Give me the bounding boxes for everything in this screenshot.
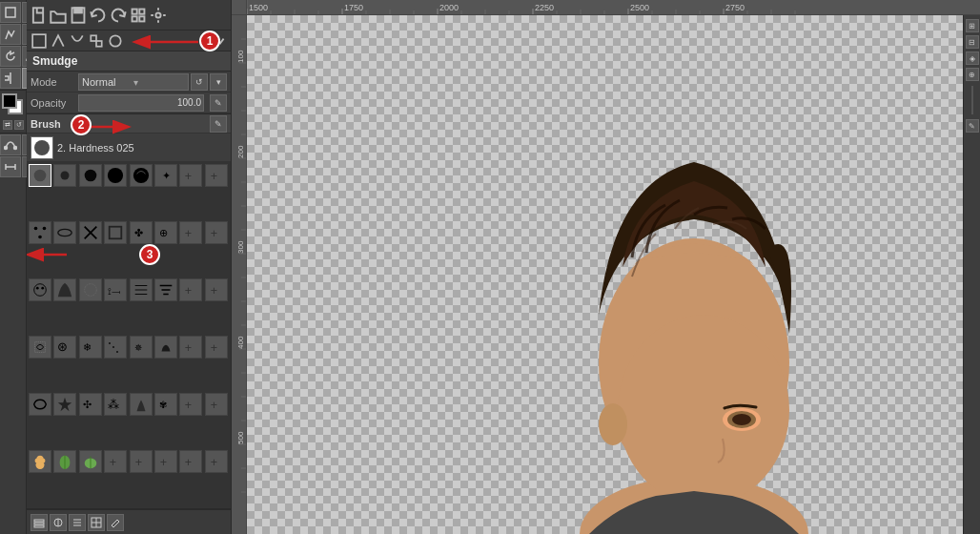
tool-opt-icon5[interactable]	[107, 32, 124, 50]
brush-cell-36[interactable]: ⁂	[104, 393, 127, 416]
brush-cell-33[interactable]	[29, 393, 51, 416]
svg-text:+: +	[160, 456, 167, 469]
brush-cell-18[interactable]	[53, 278, 76, 301]
brush-cell-16[interactable]: +	[205, 221, 228, 244]
brush-cell-23[interactable]: +	[179, 278, 202, 301]
config-icon[interactable]	[149, 6, 168, 25]
brush-cell-21[interactable]	[130, 278, 153, 301]
tool-flip[interactable]	[0, 68, 21, 89]
svg-text:+: +	[185, 284, 192, 298]
brush-cell-26[interactable]: ⊛	[53, 336, 76, 359]
brush-cell-30[interactable]	[154, 336, 177, 359]
brush-cell-3[interactable]	[79, 164, 102, 187]
brush-edit-btn[interactable]: ✎	[210, 115, 227, 133]
open-icon[interactable]	[49, 6, 68, 25]
view-icon[interactable]	[129, 6, 148, 25]
new-icon[interactable]	[29, 6, 48, 25]
svg-text:⁂: ⁂	[108, 398, 119, 410]
svg-point-27	[84, 170, 96, 182]
tool-opt-icon4[interactable]	[88, 32, 105, 50]
brush-cell-22[interactable]	[154, 278, 177, 301]
brush-current[interactable]: 2. Hardness 025	[27, 134, 231, 162]
brush-cell-10[interactable]	[53, 221, 76, 244]
mode-select[interactable]: Normal	[78, 73, 189, 91]
brush-section: Brush ✎ 2. Hardness 025	[27, 114, 231, 509]
brush-cell-8[interactable]: +	[205, 164, 228, 187]
tool-opt-icon2[interactable]	[50, 32, 67, 50]
brush-cell-20[interactable]: ⟟⟞	[104, 278, 127, 301]
brush-cell-46[interactable]: +	[154, 450, 177, 473]
channels-btn[interactable]	[50, 514, 67, 531]
svg-text:1500: 1500	[249, 3, 268, 12]
brush-cell-41[interactable]	[29, 450, 51, 473]
layer-btn-2[interactable]: ⊟	[966, 35, 979, 49]
brush-cell-40[interactable]: +	[205, 393, 228, 416]
brush-cell-45[interactable]: +	[130, 450, 153, 473]
brush-cell-4[interactable]	[104, 164, 127, 187]
undo-icon[interactable]	[89, 6, 108, 25]
brush-cell-14[interactable]: ⊕	[154, 221, 177, 244]
tool-free-select[interactable]	[0, 24, 21, 45]
brush-cell-44[interactable]: +	[104, 450, 127, 473]
tool-opt-icon3[interactable]	[69, 32, 86, 50]
tool-measure[interactable]	[0, 156, 21, 177]
brush-cell-15[interactable]: +	[179, 221, 202, 244]
brush-cell-13[interactable]: ✤	[130, 221, 153, 244]
layer-btn-5[interactable]: ✎	[966, 119, 979, 133]
brush-cell-19[interactable]	[79, 278, 102, 301]
brush-cell-34[interactable]	[53, 393, 76, 416]
brush-cell-31[interactable]: +	[179, 336, 202, 359]
color-fg-swatch[interactable]	[2, 93, 17, 109]
brush-cell-6[interactable]: ✦	[154, 164, 177, 187]
svg-text:+: +	[185, 227, 192, 240]
brush-cell-24[interactable]: +	[205, 278, 228, 301]
layer-btn-1[interactable]: ⊞	[966, 19, 979, 32]
layer-btn-3[interactable]: ◈	[966, 51, 979, 65]
brush-cell-17[interactable]	[29, 278, 51, 301]
edit-btn[interactable]	[107, 514, 124, 531]
layer-btn-4[interactable]: ⊕	[966, 68, 979, 81]
tool-opt-icon1[interactable]	[31, 32, 48, 50]
svg-text:✾: ✾	[159, 400, 167, 410]
brush-cell-11[interactable]	[79, 221, 102, 244]
brush-cell-5[interactable]	[130, 164, 153, 187]
brush-cell-9[interactable]	[29, 221, 51, 244]
redo-icon[interactable]	[109, 6, 128, 25]
opacity-input[interactable]	[78, 94, 204, 112]
brush-cell-2[interactable]	[53, 164, 76, 187]
layers-btn[interactable]	[31, 514, 48, 531]
tool-paths[interactable]	[0, 134, 21, 155]
brush-cell-7[interactable]: +	[179, 164, 202, 187]
mode-options-btn[interactable]: ▾	[210, 73, 227, 91]
svg-point-34	[43, 227, 47, 231]
save-icon[interactable]	[69, 6, 88, 25]
grid-btn[interactable]	[88, 514, 105, 531]
brush-cell-29[interactable]: ✵	[130, 336, 153, 359]
brush-cell-35[interactable]: ✣	[79, 393, 102, 416]
tool-rect-select[interactable]	[0, 2, 21, 23]
brush-cell-12[interactable]	[104, 221, 127, 244]
svg-text:✤: ✤	[133, 227, 142, 238]
brush-cell-43[interactable]	[79, 450, 102, 473]
paths-panel-btn[interactable]	[69, 514, 86, 531]
brush-cell-25[interactable]	[29, 336, 51, 359]
brush-cell-27[interactable]: ❄	[79, 336, 102, 359]
tool-rotate[interactable]	[0, 46, 21, 67]
canvas-viewport[interactable]: ⊞ ⊟ ◈ ⊕ ✎	[247, 15, 980, 534]
brush-cell-28[interactable]: ⋱	[104, 336, 127, 359]
brush-cell-38[interactable]: ✾	[154, 393, 177, 416]
svg-text:400: 400	[236, 336, 245, 349]
mode-reset-btn[interactable]: ↺	[191, 73, 208, 91]
brush-cell-42[interactable]	[53, 450, 76, 473]
opacity-edit-icon[interactable]: ✎	[210, 94, 227, 112]
brush-cell-48[interactable]: +	[205, 450, 228, 473]
brush-cell-37[interactable]	[130, 393, 153, 416]
reset-colors-icon[interactable]: ↺	[14, 120, 24, 130]
svg-point-26	[61, 172, 70, 180]
swap-colors-icon[interactable]: ⇄	[3, 120, 12, 130]
brush-cell-47[interactable]: +	[179, 450, 202, 473]
brush-cell-39[interactable]: +	[179, 393, 202, 416]
brush-cell-32[interactable]: +	[205, 336, 228, 359]
brush-cell-1[interactable]	[29, 164, 51, 187]
collapse-icon[interactable]	[214, 34, 227, 48]
